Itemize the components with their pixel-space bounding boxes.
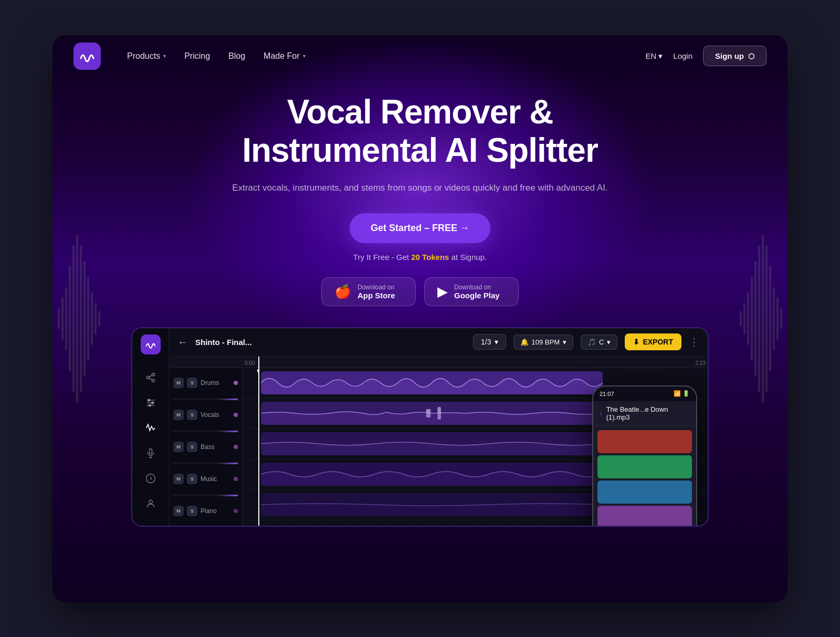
- timeline-ruler: 0:00 2:23: [243, 357, 708, 368]
- sidebar-mic-icon[interactable]: [143, 446, 158, 461]
- sidebar-user-icon[interactable]: [143, 496, 158, 511]
- track-labels: M S Drums M S Vocals: [169, 357, 243, 526]
- bass-color-indicator: [234, 445, 238, 449]
- drums-color-indicator: [234, 381, 238, 385]
- phone-mockup: 21:07 📶 🔋 ‹ The Beatle...e Down (1).mp3: [592, 385, 697, 526]
- svg-point-1: [146, 376, 149, 379]
- chevron-down-icon-3: ▾: [658, 51, 663, 61]
- daw-main: ← Shinto - Final... 1/3 ▾ 🔔 109 BPM ▾ 🎵 …: [169, 328, 708, 526]
- sidebar-effects-icon[interactable]: [143, 395, 158, 410]
- sidebar-share-icon[interactable]: [143, 370, 158, 385]
- phone-track-name: The Beatle...e Down (1).mp3: [606, 405, 690, 421]
- vocals-solo-button[interactable]: S: [187, 410, 197, 420]
- chevron-down-icon-6: ▾: [607, 338, 611, 346]
- google-play-icon: ▶: [437, 285, 448, 298]
- signup-icon: ⬡: [748, 52, 754, 60]
- daw-mockup: ← Shinto - Final... 1/3 ▾ 🔔 109 BPM ▾ 🎵 …: [131, 327, 709, 527]
- app-store-button[interactable]: 🍎 Download on App Store: [321, 277, 416, 306]
- cta-button[interactable]: Get Started – FREE →: [350, 213, 490, 243]
- phone-stems-list: [593, 426, 696, 526]
- daw-back-button[interactable]: ←: [177, 336, 188, 348]
- daw-menu-button[interactable]: ⋮: [689, 336, 699, 348]
- nav-pricing[interactable]: Pricing: [184, 51, 210, 61]
- nav-products[interactable]: Products ▾: [127, 51, 166, 61]
- phone-stem-bass[interactable]: [597, 481, 692, 504]
- music-color-indicator: [234, 477, 238, 481]
- chevron-down-icon-4: ▾: [495, 338, 498, 346]
- phone-status-bar: 21:07 📶 🔋: [593, 387, 696, 401]
- drums-solo-button[interactable]: S: [187, 378, 197, 388]
- svg-rect-8: [149, 449, 152, 454]
- sidebar-speed-icon[interactable]: [143, 471, 158, 486]
- svg-point-6: [151, 402, 153, 403]
- phone-stem-vocals[interactable]: [597, 455, 692, 478]
- svg-point-5: [148, 399, 150, 401]
- daw-tracks-area: M S Drums M S Vocals: [169, 357, 708, 526]
- svg-line-4: [149, 375, 152, 377]
- vocals-mute-button[interactable]: M: [173, 410, 184, 420]
- track-row-bass: M S Bass: [169, 432, 242, 463]
- phone-track-header: ‹ The Beatle...e Down (1).mp3: [593, 401, 696, 426]
- sidebar-waveform-icon[interactable]: [143, 421, 158, 435]
- export-button[interactable]: ⬇ EXPORT: [625, 333, 681, 350]
- svg-point-12: [149, 500, 152, 504]
- nav-blog[interactable]: Blog: [228, 51, 245, 61]
- nav-made-for[interactable]: Made For ▾: [264, 51, 305, 61]
- piano-color-indicator: [234, 509, 238, 513]
- daw-sidebar: [132, 328, 169, 526]
- google-play-button[interactable]: ▶ Download on Google Play: [424, 277, 519, 306]
- phone-stem-music[interactable]: [597, 506, 692, 526]
- daw-logo: [141, 335, 161, 354]
- piano-solo-button[interactable]: S: [187, 506, 197, 516]
- hero-title: Vocal Remover & Instrumental AI Splitter: [52, 93, 788, 170]
- metronome-icon: 🔔: [520, 338, 529, 346]
- track-row-piano: M S Piano: [169, 496, 242, 526]
- vocals-color-indicator: [234, 413, 238, 417]
- svg-point-0: [152, 373, 154, 376]
- main-container: Products ▾ Pricing Blog Made For ▾ EN ▾ …: [52, 35, 788, 602]
- track-row-drums: M S Drums: [169, 368, 242, 399]
- piano-waveform-svg: [261, 493, 603, 516]
- language-selector[interactable]: EN ▾: [645, 51, 663, 61]
- nav-links: Products ▾ Pricing Blog Made For ▾: [127, 51, 306, 61]
- phone-status-icons: 📶 🔋: [674, 390, 690, 397]
- try-free-text: Try It Free - Get 20 Tokens at Signup.: [353, 253, 487, 262]
- track-row-music: M S Music: [169, 464, 242, 495]
- chevron-down-icon-2: ▾: [303, 53, 306, 59]
- track-row-vocals: M S Vocals: [169, 400, 242, 431]
- svg-line-3: [149, 378, 152, 380]
- drums-waveform-svg: [261, 371, 603, 394]
- hero-section: Vocal Remover & Instrumental AI Splitter…: [52, 77, 788, 306]
- music-solo-button[interactable]: S: [187, 474, 197, 484]
- piano-mute-button[interactable]: M: [173, 506, 184, 516]
- phone-stem-drums[interactable]: [597, 430, 692, 453]
- daw-track-title: Shinto - Final...: [195, 338, 252, 347]
- daw-logo-icon: [145, 339, 156, 350]
- hero-subtitle: Extract vocals, instruments, and stems f…: [52, 181, 788, 195]
- bass-solo-button[interactable]: S: [187, 442, 197, 452]
- playhead: [258, 357, 259, 526]
- time-signature[interactable]: 1/3 ▾: [473, 334, 506, 350]
- vocals-waveform-svg: [261, 402, 603, 425]
- waveform-area: 0:00 2:23: [243, 357, 708, 526]
- nav-right: EN ▾ Login Sign up ⬡: [645, 46, 766, 66]
- drums-mute-button[interactable]: M: [173, 378, 184, 388]
- daw-topbar: ← Shinto - Final... 1/3 ▾ 🔔 109 BPM ▾ 🎵 …: [169, 328, 708, 357]
- phone-back-button[interactable]: ‹: [600, 409, 602, 417]
- navbar: Products ▾ Pricing Blog Made For ▾ EN ▾ …: [52, 35, 788, 77]
- logo[interactable]: [74, 43, 101, 70]
- bpm-control[interactable]: 🔔 109 BPM ▾: [513, 335, 573, 350]
- chevron-down-icon-5: ▾: [563, 338, 566, 346]
- music-mute-button[interactable]: M: [173, 474, 184, 484]
- download-icon: ⬇: [633, 338, 639, 346]
- chevron-down-icon: ▾: [163, 53, 166, 59]
- app-buttons: 🍎 Download on App Store ▶ Download on Go…: [52, 277, 788, 306]
- login-button[interactable]: Login: [673, 51, 692, 60]
- music-waveform-svg: [261, 463, 603, 486]
- key-control[interactable]: 🎵 C ▾: [581, 335, 617, 350]
- bass-mute-button[interactable]: M: [173, 442, 184, 452]
- svg-point-7: [149, 404, 150, 406]
- signup-button[interactable]: Sign up ⬡: [703, 46, 766, 66]
- svg-point-2: [152, 379, 154, 382]
- apple-icon: 🍎: [334, 285, 351, 298]
